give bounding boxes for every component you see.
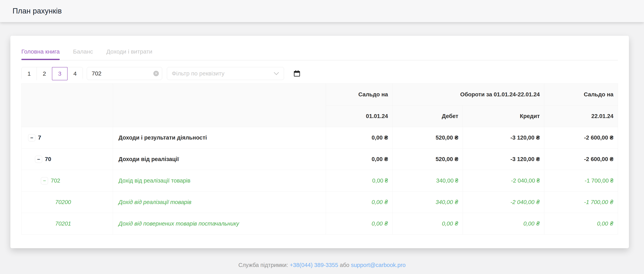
tab-balance[interactable]: Баланс <box>73 48 93 60</box>
saldo-start-value: 0,00 ₴ <box>326 170 392 192</box>
tab-income-expense[interactable]: Доходи і витрати <box>106 48 152 60</box>
tabs-divider <box>21 60 618 60</box>
main-card: Головна книга Баланс Доходи і витрати 1 … <box>10 36 629 248</box>
toolbar: 1 2 3 4 ✕ Фільтр по реквізиту <box>21 67 618 80</box>
calendar-icon <box>294 70 300 77</box>
class-button-4[interactable]: 4 <box>68 67 83 80</box>
header-saldo-end-title: Сальдо на <box>544 84 618 106</box>
debit-value: 520,00 ₴ <box>392 127 463 148</box>
account-row-7[interactable]: − 7 Доходи і результати діяльності 0,00 … <box>22 127 618 148</box>
top-bar: План рахунків <box>0 0 644 22</box>
account-code: 702 <box>51 177 60 184</box>
debit-value: 340,00 ₴ <box>392 170 463 192</box>
clear-search-icon[interactable]: ✕ <box>153 71 159 76</box>
debit-value: 340,00 ₴ <box>392 192 463 213</box>
collapse-button[interactable]: − <box>35 155 42 163</box>
account-row-70201[interactable]: 70201 Дохід від повернених товарів поста… <box>22 213 618 235</box>
debit-value: 0,00 ₴ <box>392 213 463 235</box>
class-button-1[interactable]: 1 <box>22 67 37 80</box>
credit-value: -2 040,00 ₴ <box>463 170 544 192</box>
support-footer: Служба підтримки: +38(044) 389-3355 або … <box>0 262 644 268</box>
saldo-start-value: 0,00 ₴ <box>326 213 392 235</box>
account-code: 7 <box>38 135 41 141</box>
accounts-table: Сальдо на Обороти за 01.01.24-22.01.24 С… <box>21 83 618 235</box>
header-debit: Дебет <box>392 106 463 127</box>
class-button-2[interactable]: 2 <box>37 67 52 80</box>
credit-value: -2 040,00 ₴ <box>463 192 544 213</box>
debit-value: 520,00 ₴ <box>392 148 463 170</box>
account-name: Доходи і результати діяльності <box>113 127 326 148</box>
collapse-button[interactable]: − <box>41 177 48 184</box>
saldo-start-value: 0,00 ₴ <box>326 192 392 213</box>
collapse-button[interactable]: − <box>28 134 36 141</box>
saldo-end-value: -2 600,00 ₴ <box>544 127 618 148</box>
account-row-70200[interactable]: 70200 Дохід від реалізації товарів 0,00 … <box>22 192 618 213</box>
header-code-column <box>22 84 113 127</box>
saldo-end-value: 0,00 ₴ <box>544 213 618 235</box>
account-search-box: ✕ <box>87 67 162 80</box>
credit-value: 0,00 ₴ <box>463 213 544 235</box>
saldo-end-value: -1 700,00 ₴ <box>544 170 618 192</box>
account-name: Дохід від реалізації товарів <box>113 170 326 192</box>
support-label: Служба підтримки: <box>238 262 288 268</box>
account-code: 70200 <box>55 199 71 205</box>
saldo-start-value: 0,00 ₴ <box>326 148 392 170</box>
filter-placeholder: Фільтр по реквізиту <box>172 70 274 77</box>
tab-bar: Головна книга Баланс Доходи і витрати <box>21 48 618 60</box>
header-credit: Кредит <box>463 106 544 127</box>
header-saldo-start-date: 01.01.24 <box>326 106 392 127</box>
account-code: 70201 <box>55 220 71 227</box>
account-class-button-group: 1 2 3 4 <box>21 67 83 80</box>
account-row-702[interactable]: − 702 Дохід від реалізації товарів 0,00 … <box>22 170 618 192</box>
table-header-row-1: Сальдо на Обороти за 01.01.24-22.01.24 С… <box>22 84 618 106</box>
account-name: Дохід від реалізації товарів <box>113 192 326 213</box>
header-name-column <box>113 84 326 127</box>
account-code: 70 <box>45 156 51 162</box>
saldo-start-value: 0,00 ₴ <box>326 127 392 148</box>
credit-value: -3 120,00 ₴ <box>463 127 544 148</box>
support-conjunction: або <box>340 262 350 268</box>
page-title: План рахунків <box>12 7 62 15</box>
header-saldo-start-title: Сальдо на <box>326 84 392 106</box>
class-button-3[interactable]: 3 <box>52 67 68 80</box>
account-name: Доходи від реалізації <box>113 148 326 170</box>
calendar-button[interactable] <box>294 70 300 77</box>
header-turnover-title: Обороти за 01.01.24-22.01.24 <box>392 84 544 106</box>
support-phone-link[interactable]: +38(044) 389-3355 <box>290 262 338 268</box>
chevron-down-icon <box>274 72 279 75</box>
tab-main-book[interactable]: Головна книга <box>21 48 60 60</box>
account-row-70[interactable]: − 70 Доходи від реалізації 0,00 ₴ 520,00… <box>22 148 618 170</box>
saldo-end-value: -1 700,00 ₴ <box>544 192 618 213</box>
saldo-end-value: -2 600,00 ₴ <box>544 148 618 170</box>
filter-by-attribute-select[interactable]: Фільтр по реквізиту <box>167 67 284 80</box>
header-saldo-end-date: 22.01.24 <box>544 106 618 127</box>
credit-value: -3 120,00 ₴ <box>463 148 544 170</box>
support-email-link[interactable]: support@carbook.pro <box>351 262 406 268</box>
account-name: Дохід від повернених товарів постачальни… <box>113 213 326 235</box>
account-search-input[interactable] <box>92 70 153 77</box>
